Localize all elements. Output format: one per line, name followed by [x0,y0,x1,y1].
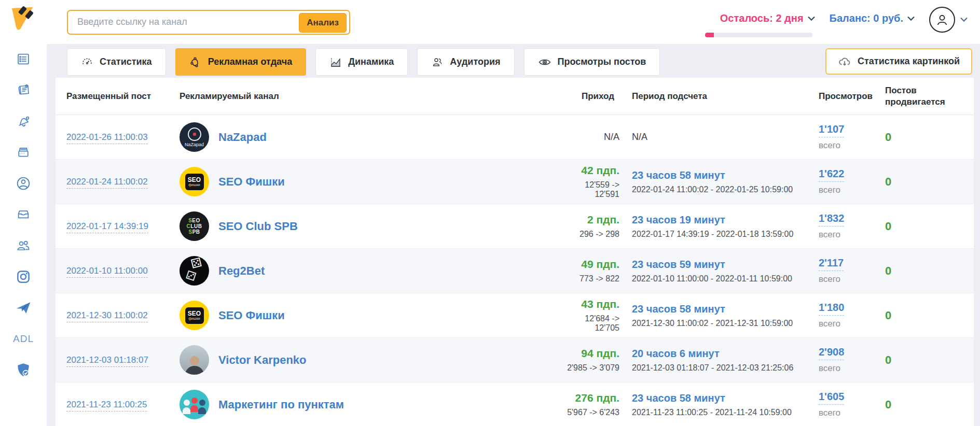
channel-name-link[interactable]: SEO Фишки [218,309,285,322]
tab-post-views[interactable]: Просмотры постов [524,48,660,76]
trial-label: Осталось: 2 дня [720,12,804,24]
sidebar-item-notifications[interactable] [12,106,35,137]
period-cell: 23 часов 19 минут 2022-01-17 14:39:19 - … [632,214,819,239]
balance-label: Баланс: 0 руб. [830,12,903,24]
channel-avatar[interactable]: NaZapad [180,122,209,152]
people-icon [15,237,32,254]
table-row: 2022-01-26 11:00:03 NaZapad NaZapad N/A … [56,115,974,160]
col-header-period: Период подсчета [632,91,819,102]
channel-avatar[interactable] [180,345,209,375]
post-date-link[interactable]: 2022-01-26 11:00:03 [66,132,148,144]
post-date-cell: 2022-01-17 14:39:19 [66,221,180,232]
channel-avatar[interactable] [180,390,209,419]
period-duration: N/A [632,132,819,143]
instagram-icon [16,269,31,285]
post-date-link[interactable]: 2021-12-30 11:00:02 [66,310,148,322]
sidebar-item-users[interactable] [12,230,35,261]
post-date-link[interactable]: 2021-11-23 11:00:25 [66,400,147,411]
tab-dynamics[interactable]: Динамика [315,48,408,76]
channel-name-link[interactable]: SEO Фишки [218,175,285,189]
post-date-cell: 2021-12-03 01:18:07 [66,355,180,365]
channel-avatar[interactable]: SEOфишки [180,301,209,330]
list-icon [16,52,31,66]
gain-cell: 2 пдп. 296 -> 298 [559,214,632,239]
channel-avatar[interactable] [180,256,209,286]
people-icon [431,56,444,68]
user-menu[interactable] [929,7,968,33]
sidebar-item-adl[interactable]: ADL [13,323,34,354]
period-range: 2021-12-03 01:18:07 - 2021-12-03 21:25:0… [632,363,819,373]
sidebar-item-profile[interactable] [12,168,35,199]
channel-cell: Reg2Bet [180,256,559,286]
channel-name-link[interactable]: Victor Karpenko [218,353,307,367]
views-caption: всего [819,363,885,374]
image-stats-label: Статистика картинкой [858,56,960,67]
gain-cell: 43 пдп. 12'684 -> 12'705 [559,298,632,333]
post-date-link[interactable]: 2022-01-24 11:00:02 [66,177,148,189]
tab-label: Просмотры постов [558,56,646,67]
chevron-down-icon [907,16,915,21]
gain-subscribers-range: 296 -> 298 [559,230,619,239]
channel-name-link[interactable]: NaZapad [218,131,267,144]
views-value-link[interactable]: 2'117 [819,257,844,271]
channel-cell: NaZapad NaZapad [180,122,559,152]
period-cell: N/A [632,132,819,143]
channel-avatar[interactable]: SEOфишки [180,167,209,196]
sidebar-item-instagram[interactable] [12,261,35,292]
sidebar-item-telegram[interactable] [12,292,35,323]
views-value-link[interactable]: 2'908 [819,346,844,360]
views-value-link[interactable]: 1'107 [819,123,844,137]
trial-dropdown[interactable]: Осталось: 2 дня [720,12,815,24]
col-header-views: Просмотров [819,91,885,102]
tab-ad-performance[interactable]: Рекламная отдача [175,48,307,76]
channel-name-link[interactable]: SEO Club SPB [218,220,298,233]
posts-promoted-value: 0 [885,353,963,367]
network-icon [189,56,202,68]
gain-value: N/A [559,132,619,143]
sidebar-item-archive[interactable] [12,137,35,168]
views-value-link[interactable]: 1'605 [819,391,844,405]
shield-check-icon [15,362,32,378]
post-date-link[interactable]: 2021-12-03 01:18:07 [66,355,148,367]
channel-avatar[interactable]: SEOCLUBSPB [180,211,209,241]
channel-name-link[interactable]: Маркетинг по пунктам [218,398,344,411]
image-stats-button[interactable]: Статистика картинкой [825,48,972,75]
main-area: Анализ Осталось: 2 дня Баланс: 0 руб. [47,0,980,426]
channel-name-link[interactable]: Reg2Bet [218,264,265,278]
tab-label: Статистика [100,56,152,67]
tab-audience[interactable]: Аудитория [417,48,514,76]
views-caption: всего [819,185,885,195]
table-row: 2021-11-23 11:00:25 Маркетинг по пунктам… [56,382,974,426]
table-header: Размещенный пост Рекламируемый канал При… [56,78,974,115]
sidebar-item-security[interactable] [12,354,35,386]
col-header-post: Размещенный пост [66,91,180,102]
post-date-link[interactable]: 2022-01-10 11:00:00 [66,266,148,278]
tab-label: Аудитория [450,56,500,67]
posts-promoted-value: 0 [885,131,963,144]
tab-label: Рекламная отдача [208,56,293,67]
period-range: 2022-01-24 11:00:02 - 2022-01-25 10:59:0… [632,185,819,194]
avatar [929,7,955,33]
telemetr-logo[interactable] [10,5,37,32]
gain-cell: 276 пдп. 5'967 -> 6'243 [559,392,632,417]
gain-cell: 42 пдп. 12'559 -> 12'591 [559,164,632,199]
sidebar-item-posts[interactable] [12,75,35,106]
gain-value: 42 пдп. [559,164,619,177]
posts-promoted-value: 0 [885,220,963,233]
chevron-down-icon [808,16,815,21]
user-icon [934,12,950,27]
balance-dropdown[interactable]: Баланс: 0 руб. [830,12,915,24]
views-value-link[interactable]: 1'622 [819,168,844,182]
gain-cell: 94 пдп. 2'985 -> 3'079 [559,347,632,373]
post-date-link[interactable]: 2022-01-17 14:39:19 [66,221,148,233]
tab-statistics[interactable]: Статистика [67,48,166,76]
views-value-link[interactable]: 1'180 [819,302,844,316]
gain-value: 2 пдп. [559,214,619,226]
sidebar-item-feed[interactable] [12,44,35,75]
sidebar-item-inbox[interactable] [12,199,35,230]
col-header-channel: Рекламируемый канал [180,91,559,102]
views-value-link[interactable]: 1'832 [819,212,844,226]
ad-performance-table: Размещенный пост Рекламируемый канал При… [56,78,974,426]
archive-icon [16,145,31,160]
analyze-button[interactable]: Анализ [299,13,347,33]
